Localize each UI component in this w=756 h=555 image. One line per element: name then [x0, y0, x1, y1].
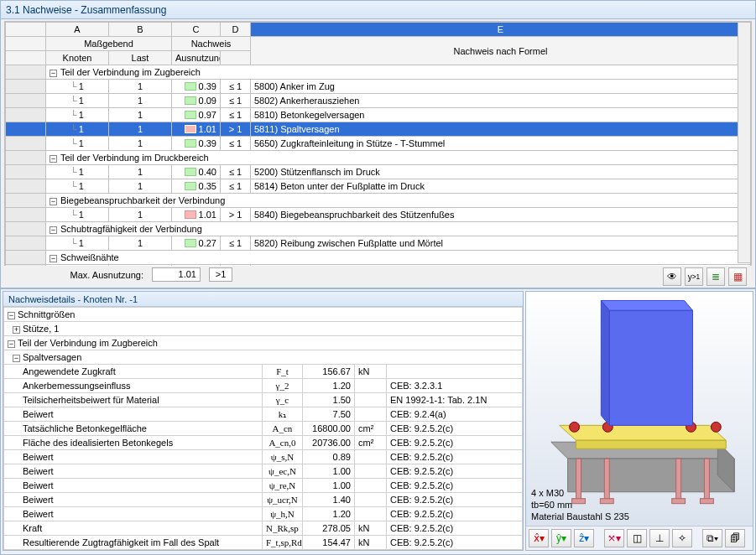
detail-label: Kraft: [4, 521, 263, 536]
y1-icon[interactable]: y>1: [685, 267, 703, 286]
group-header[interactable]: −Schubtragfähigkeit der Verbindung: [46, 222, 751, 236]
utilization-bar-icon: [185, 111, 196, 119]
table-row[interactable]: └1 1 0.09 ≤ 1 5802) Ankerherausziehen: [6, 94, 751, 108]
group-header[interactable]: −Schweißnähte: [46, 251, 751, 265]
cell-utilization: 1.01: [172, 208, 221, 222]
utilization-bar-icon: [185, 82, 196, 91]
axes-icon[interactable]: ✧: [672, 529, 692, 547]
cell-utilization: 0.40: [172, 165, 221, 179]
detail-unit: cm²: [354, 436, 386, 450]
col-a-header: Knoten: [46, 51, 109, 65]
cube-icon[interactable]: ◫: [627, 529, 647, 547]
detail-unit: cm²: [354, 422, 386, 436]
cell-relation: ≤ 1: [221, 80, 251, 94]
cell-knoten: └1: [46, 236, 109, 251]
detail-value: 1.00: [302, 479, 354, 493]
detail-symbol: F_t: [262, 365, 302, 379]
sheet-icon[interactable]: ▦: [728, 267, 747, 286]
detail-symbol: γ_c: [262, 393, 302, 407]
axis-x-icon[interactable]: x̂▾: [529, 529, 549, 547]
detail-reference: CEB: 9.2.5.2(c): [386, 507, 522, 521]
col-c-header: Ausnutzung: [172, 51, 221, 65]
svg-rect-6: [704, 459, 709, 501]
summary-value: 1.01: [152, 267, 201, 282]
collapse-icon[interactable]: −: [50, 155, 57, 163]
col-group-massgebend: Maßgebend: [46, 37, 172, 51]
svg-point-16: [711, 422, 721, 432]
detail-label: Beiwert: [4, 450, 263, 464]
detail-label: Tatsächliche Betonkegelfläche: [4, 422, 263, 436]
table-row[interactable]: └1 1 0.40 ≤ 1 5200) Stützenflansch im Dr…: [6, 165, 751, 179]
cell-knoten: └1: [46, 165, 109, 179]
cell-utilization: 0.97: [172, 108, 221, 122]
collapse-icon[interactable]: −: [50, 70, 57, 77]
detail-label: Beiwert: [4, 407, 263, 422]
detail-value: 1.00: [302, 464, 354, 479]
col-e-header: Nachweis nach Formel: [251, 37, 751, 65]
detail-symbol: ψ_h,N: [262, 507, 302, 521]
svg-marker-11: [560, 425, 727, 440]
utilization-bar-icon: [185, 210, 196, 219]
detail-label: Angewendete Zugkraft: [4, 365, 263, 379]
detail-unit: [354, 507, 386, 521]
detail-value: 1.20: [302, 507, 354, 521]
group-header[interactable]: −Teil der Verbindung im Druckbereich: [46, 151, 751, 165]
cell-knoten: └1: [46, 137, 109, 151]
cell-knoten: └1: [46, 94, 109, 108]
group-header[interactable]: −Teil der Verbindung im Zugbereich: [46, 65, 751, 80]
table-row[interactable]: └1 1 0.27 ≤ 1 5820) Reibung zwischen Fuß…: [6, 236, 751, 251]
group-header[interactable]: −Biegebeanspruchbarkeit der Verbindung: [46, 194, 751, 208]
list-color-icon[interactable]: ≣: [706, 267, 725, 286]
table-row[interactable]: └1 1 0.97 ≤ 1 5810) Betonkegelversagen: [6, 108, 751, 122]
table-row[interactable]: └1 1 0.71 ≤ 1 5954) Stützenflansche an F…: [6, 265, 751, 267]
svg-point-13: [570, 422, 580, 432]
axis-z-icon[interactable]: ẑ▾: [574, 529, 594, 547]
detail-unit: [354, 379, 386, 393]
top-grid-scroll[interactable]: A B C D E Maßgebend Nachweis Nachweis na…: [4, 21, 752, 266]
table-row[interactable]: └1 1 0.39 ≤ 1 5650) Zugkrafteinleitung i…: [6, 137, 751, 151]
cell-description: 5650) Zugkrafteinleitung in Stütze - T-S…: [251, 137, 751, 151]
table-row[interactable]: └1 1 1.01 > 1 5840) Biegebeanspruchbarke…: [6, 208, 751, 222]
col-letter-b: B: [109, 23, 172, 37]
axis-y-icon[interactable]: ŷ▾: [551, 529, 571, 547]
detail-child[interactable]: +Stütze, 1: [4, 322, 523, 336]
cell-description: 5840) Biegebeanspruchbarkeit des Stützen…: [251, 208, 751, 222]
detail-symbol: γ_2: [262, 379, 302, 393]
zoom-extents-icon[interactable]: ⤧▾: [604, 529, 624, 547]
detail-subgroup[interactable]: −Spaltversagen: [4, 350, 523, 365]
cell-relation: ≤ 1: [221, 165, 251, 179]
cell-knoten: └1: [46, 265, 109, 267]
detail-label: Beiwert: [4, 464, 263, 479]
cell-last: 1: [109, 122, 172, 137]
detail-unit: kN: [354, 521, 386, 536]
collapse-icon[interactable]: −: [50, 198, 57, 205]
detail-unit: [354, 393, 386, 407]
eye-icon[interactable]: 👁: [663, 267, 681, 286]
detail-unit: [354, 407, 386, 422]
viewer-overlay: 4 x M30 tb=60 mm Material Baustahl S 235: [531, 487, 629, 522]
table-row[interactable]: └1 1 0.35 ≤ 1 5814) Beton unter der Fußp…: [6, 179, 751, 194]
detail-scroll[interactable]: −Schnittgrößen+Stütze, 1−Teil der Verbin…: [3, 307, 523, 550]
detail-group[interactable]: −Schnittgrößen: [4, 308, 523, 322]
detail-symbol: A_cn,0: [262, 436, 302, 450]
cell-knoten: └1: [46, 80, 109, 94]
cell-utilization: 0.39: [172, 80, 221, 94]
col-letter-e: E: [251, 23, 751, 37]
collapse-icon[interactable]: −: [50, 255, 57, 262]
grip-icon[interactable]: ⧉▾: [702, 529, 722, 547]
detail-group[interactable]: −Teil der Verbindung im Zugbereich: [4, 336, 523, 350]
viewer-canvas[interactable]: 4 x M30 tb=60 mm Material Baustahl S 235: [526, 292, 753, 526]
table-row[interactable]: └1 1 1.01 > 1 5811) Spaltversagen: [6, 122, 751, 137]
vertical-scrollbar[interactable]: [738, 22, 751, 263]
viewer-panel: 4 x M30 tb=60 mm Material Baustahl S 235…: [525, 291, 753, 551]
table-row[interactable]: └1 1 0.39 ≤ 1 5800) Anker im Zug: [6, 80, 751, 94]
top-grid-area: A B C D E Maßgebend Nachweis Nachweis na…: [1, 19, 755, 288]
cell-description: 5810) Betonkegelversagen: [251, 108, 751, 122]
top-toolbar: 👁 y>1 ≣ ▦: [663, 267, 747, 286]
perp-icon[interactable]: ⊥: [649, 529, 670, 547]
detail-value: 1.20: [302, 379, 354, 393]
cell-knoten: └1: [46, 122, 109, 137]
detail-reference: CEB: 9.2.5.2(c): [386, 479, 522, 493]
collapse-icon[interactable]: −: [50, 226, 57, 234]
copy-icon[interactable]: 🗐: [725, 529, 745, 547]
